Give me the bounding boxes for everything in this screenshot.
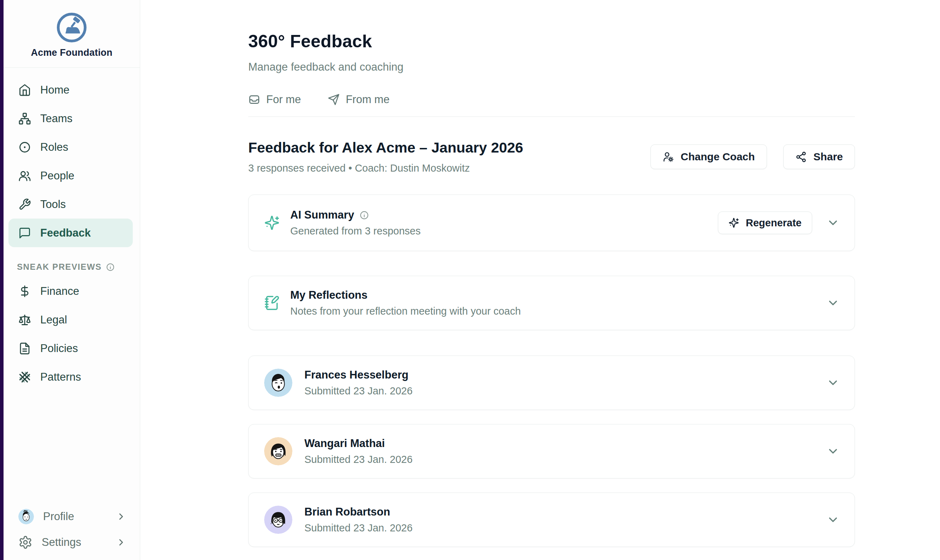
tab-label: For me (266, 93, 301, 106)
button-label: Share (814, 151, 843, 163)
feedback-heading-block: Feedback for Alex Acme – January 2026 3 … (248, 140, 523, 174)
org-header: Acme Foundation (3, 0, 140, 68)
sidebar-item-teams[interactable]: Teams (8, 104, 133, 133)
sidebar-item-label: Finance (40, 285, 79, 298)
sidebar-item-label: Profile (43, 510, 107, 523)
speech-bubble-icon (18, 227, 31, 239)
card-subtitle: Generated from 3 responses (290, 225, 718, 237)
chevron-down-icon[interactable] (826, 376, 840, 389)
home-icon (18, 84, 31, 96)
sparkles-icon (264, 215, 280, 231)
chevron-down-icon[interactable] (826, 513, 840, 526)
tab-bar: For me From me (248, 93, 855, 117)
user-gear-icon (662, 151, 674, 163)
response-text: Frances Hesselberg Submitted 23 Jan. 202… (305, 369, 812, 397)
scales-icon (18, 314, 31, 326)
org-name: Acme Foundation (7, 47, 136, 58)
sidebar-item-people[interactable]: People (8, 162, 133, 190)
info-icon[interactable] (360, 211, 369, 220)
submitted-date: Submitted 23 Jan. 2026 (305, 522, 812, 534)
sidebar-item-patterns[interactable]: Patterns (8, 363, 133, 391)
page-title: 360° Feedback (248, 31, 855, 52)
response-card-frances[interactable]: Frances Hesselberg Submitted 23 Jan. 202… (248, 355, 855, 410)
section-label-text: SNEAK PREVIEWS (17, 262, 102, 272)
chevron-right-icon (116, 537, 126, 548)
sidebar-item-roles[interactable]: Roles (8, 133, 133, 162)
response-card-wangari[interactable]: Wangari Mathai Submitted 23 Jan. 2026 (248, 424, 855, 478)
change-coach-button[interactable]: Change Coach (651, 145, 767, 169)
app-window: Acme Foundation Home Teams Roles People … (0, 0, 940, 560)
submitted-date: Submitted 23 Jan. 2026 (305, 385, 812, 397)
sidebar-item-label: Legal (40, 314, 67, 326)
chevron-down-icon[interactable] (826, 216, 840, 229)
chevron-down-icon[interactable] (826, 296, 840, 310)
response-text: Brian Robartson Submitted 23 Jan. 2026 (305, 506, 812, 534)
send-icon (328, 94, 340, 106)
ai-summary-text: AI Summary Generated from 3 responses (290, 209, 718, 237)
dollar-icon (18, 285, 31, 298)
sidebar-item-label: Feedback (40, 227, 91, 239)
target-icon (18, 141, 31, 154)
response-card-brian[interactable]: Brian Robartson Submitted 23 Jan. 2026 (248, 492, 855, 547)
sidebar-spacer (3, 391, 140, 503)
reflections-card[interactable]: My Reflections Notes from your reflectio… (248, 276, 855, 330)
header-actions: Change Coach Share (651, 145, 855, 169)
tab-from-me[interactable]: From me (328, 93, 389, 106)
sidebar-item-label: Settings (42, 536, 107, 549)
notebook-pen-icon (264, 295, 280, 311)
sidebar-item-label: Policies (40, 342, 78, 355)
page-subtitle: Manage feedback and coaching (248, 61, 855, 74)
feedback-meta: 3 responses received • Coach: Dustin Mos… (248, 162, 523, 174)
sidebar-item-label: People (40, 169, 74, 182)
share-icon (795, 151, 807, 163)
sidebar-item-label: Roles (40, 141, 68, 154)
tab-label: From me (346, 93, 389, 106)
sidebar-item-label: Home (40, 84, 69, 96)
card-title: AI Summary (290, 209, 354, 222)
gavel-circle-icon (56, 12, 87, 43)
avatar (264, 437, 292, 465)
response-text: Wangari Mathai Submitted 23 Jan. 2026 (305, 437, 812, 465)
wrench-icon (18, 198, 31, 211)
responder-name: Frances Hesselberg (305, 369, 409, 382)
share-button[interactable]: Share (783, 145, 855, 169)
window-accent-strip (0, 0, 3, 560)
card-title-row: AI Summary (290, 209, 718, 222)
sidebar: Acme Foundation Home Teams Roles People … (3, 0, 140, 560)
user-avatar (18, 509, 34, 524)
gear-icon (18, 535, 32, 549)
responder-name: Wangari Mathai (305, 437, 385, 450)
button-label: Regenerate (746, 217, 802, 229)
sparkles-icon (728, 217, 739, 228)
sidebar-section-label: SNEAK PREVIEWS (8, 262, 133, 272)
button-label: Change Coach (681, 151, 755, 163)
crosshatch-icon (18, 371, 31, 383)
sidebar-item-policies[interactable]: Policies (8, 334, 133, 363)
inbox-icon (248, 94, 260, 106)
sidebar-item-settings[interactable]: Settings (8, 529, 133, 555)
sidebar-item-label: Tools (40, 198, 66, 211)
sidebar-item-home[interactable]: Home (8, 75, 133, 104)
card-subtitle: Notes from your reflection meeting with … (290, 305, 812, 317)
card-title: My Reflections (290, 289, 368, 302)
sidebar-item-feedback[interactable]: Feedback (8, 218, 133, 247)
regenerate-button[interactable]: Regenerate (718, 211, 812, 234)
info-icon (106, 263, 115, 272)
avatar (264, 506, 292, 534)
tab-for-me[interactable]: For me (248, 93, 301, 106)
reflections-text: My Reflections Notes from your reflectio… (290, 289, 812, 317)
sidebar-item-finance[interactable]: Finance (8, 277, 133, 305)
chevron-right-icon (116, 511, 126, 522)
chevron-down-icon[interactable] (826, 445, 840, 458)
sidebar-item-tools[interactable]: Tools (8, 190, 133, 218)
sidebar-item-profile[interactable]: Profile (8, 503, 133, 529)
sidebar-item-legal[interactable]: Legal (8, 305, 133, 334)
sidebar-item-label: Teams (40, 112, 72, 125)
ai-summary-card[interactable]: AI Summary Generated from 3 responses Re… (248, 195, 855, 251)
main-content: 360° Feedback Manage feedback and coachi… (140, 0, 940, 560)
response-list: Frances Hesselberg Submitted 23 Jan. 202… (248, 355, 855, 547)
feedback-section-header: Feedback for Alex Acme – January 2026 3 … (248, 140, 855, 174)
avatar (264, 369, 292, 397)
org-chart-icon (18, 112, 31, 125)
document-icon (18, 342, 31, 355)
